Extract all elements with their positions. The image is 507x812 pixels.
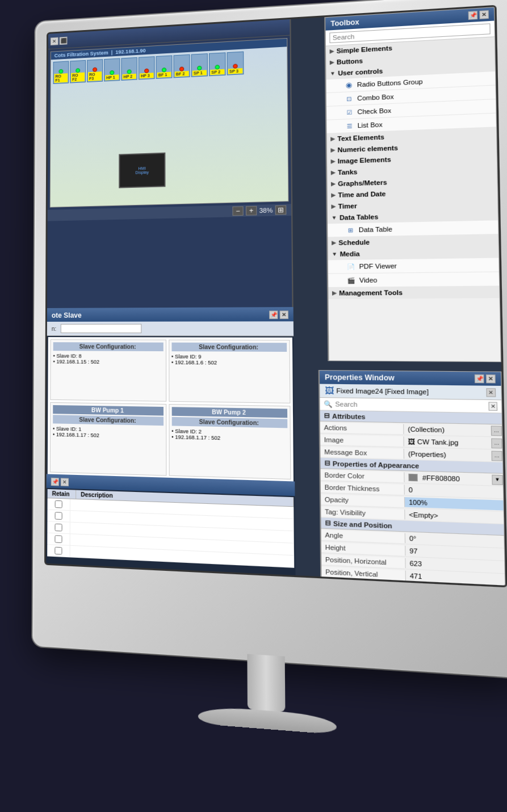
slave-card-3-pump-title: BW Pump 1 (53, 405, 163, 415)
row5-retain (47, 545, 70, 557)
slave-panel-header: ote Slave 📌 ✕ (47, 308, 294, 322)
prop-opacity-name: Opacity (321, 494, 405, 507)
pump-label: RO F1 (54, 73, 68, 83)
pump-element-1: RO F1 (53, 61, 69, 84)
slave-close-btn[interactable]: ✕ (280, 310, 288, 319)
schedule-label: Schedule (338, 238, 370, 246)
properties-title: Properties Window (325, 373, 395, 382)
prop-message-name: Message Box (320, 447, 404, 458)
toolbox-management[interactable]: ▶ Management Tools (328, 287, 499, 299)
numeric-expand-icon: ▶ (330, 147, 335, 153)
prop-message-val-text: (Properties) (408, 450, 446, 458)
toolbox-panel: Toolbox 📌 ✕ ▶ Simple Elements (324, 7, 501, 362)
prop-pos-h-val-text: 623 (409, 559, 422, 567)
props-pin-btn[interactable]: 📌 (475, 375, 484, 384)
scada-diagram: Cots Filtration System | 192.168.1.90 RO… (50, 38, 289, 208)
media-label: Media (340, 250, 360, 258)
zoom-out-btn[interactable]: − (232, 206, 243, 216)
toolbox-pdf-viewer[interactable]: 📄 PDF Viewer (328, 258, 499, 274)
col-header-retain: Retain (48, 489, 77, 499)
main-scada-panel: ✕ ⬛ Cots Filtration System | 192.168.1.9… (47, 19, 294, 314)
props-close-inner-btn[interactable]: ✕ (486, 388, 496, 397)
simple-elements-label: Simple Elements (337, 44, 392, 54)
numeric-label: Numeric elements (337, 144, 397, 153)
prop-actions-name: Actions (320, 422, 404, 434)
pump-label: SP 2 (210, 69, 224, 75)
buttons-expand-icon: ▶ (330, 60, 334, 66)
data-pin-btn[interactable]: 📌 (51, 478, 59, 486)
slave-window-controls: 📌 ✕ (269, 310, 288, 319)
pump-element-5: HP 2 (121, 57, 137, 81)
prop-message-btn[interactable]: … (491, 451, 502, 461)
data-tables-expand-icon: ▼ (332, 214, 337, 221)
monitor-stand-neck (247, 654, 285, 712)
prop-image-btn[interactable]: … (491, 438, 502, 448)
image-expand-icon: ▶ (331, 158, 336, 165)
slave-card-1: Slave Configuration: • Slave ID: 8 • 192… (50, 339, 166, 401)
retain-checkbox-5[interactable] (55, 547, 62, 555)
fit-btn[interactable]: ⊞ (275, 205, 287, 215)
pump-label: BF 2 (175, 71, 189, 77)
props-search-close-btn[interactable]: ✕ (489, 402, 497, 411)
retain-checkbox-3[interactable] (55, 524, 62, 532)
pump-element-10: SP 2 (209, 52, 226, 76)
slave-pin-btn[interactable]: 📌 (269, 310, 278, 319)
prop-actions-btn[interactable]: … (491, 426, 502, 436)
row4-retain (47, 533, 70, 545)
pump-element-6: HP 3 (139, 56, 155, 79)
prop-message-value: (Properties) (404, 448, 492, 460)
scada-inner-diagram: Cots Filtration System | 192.168.1.90 RO… (51, 39, 288, 207)
pump-label: SP 1 (192, 70, 207, 75)
monitor-shell: ✕ ⬛ Cots Filtration System | 192.168.1.9… (32, 0, 507, 678)
scada-subtitle: 192.168.1.90 (115, 48, 145, 55)
prop-border-thickness-val-text: 0 (409, 486, 413, 493)
row1-retain (48, 498, 70, 510)
prop-actions-value: (Collection) (404, 424, 491, 435)
video-label: Video (359, 276, 378, 284)
scada-pin-btn[interactable]: ⬛ (60, 36, 68, 44)
management-label: Management Tools (339, 289, 403, 297)
size-position-section-label: Size and Position (333, 520, 392, 529)
hmi-display: HMIDisplay (135, 166, 149, 175)
slave-card-1-title: Slave Configuration: (53, 342, 164, 351)
screen-content: ✕ ⬛ Cots Filtration System | 192.168.1.9… (46, 7, 505, 586)
props-element-icon: 🖼 (325, 386, 334, 396)
toolbox-video[interactable]: 🎬 Video (328, 272, 499, 288)
slave-input-1[interactable] (61, 324, 142, 333)
properties-panel: Properties Window 📌 ✕ 🖼 Fixed Image24 [F… (319, 370, 506, 586)
radio-buttons-label: Radio Buttons Group (357, 78, 423, 88)
retain-checkbox-1[interactable] (55, 500, 62, 508)
prop-opacity-val-text: 100% (409, 498, 428, 506)
user-controls-label: User controls (338, 68, 383, 77)
video-icon: 🎬 (346, 275, 356, 285)
slave-card-3-config-title: Slave Configuration: (53, 415, 163, 426)
prop-pos-v-name: Position, Vertical (321, 566, 406, 580)
retain-checkbox-2[interactable] (55, 512, 62, 520)
retain-checkbox-4[interactable] (55, 535, 62, 543)
slave-card-1-detail-1: • 192.168.1.15 : 502 (53, 359, 164, 365)
props-close-btn[interactable]: ✕ (486, 375, 496, 384)
pump-label: HP 1 (105, 74, 119, 80)
time-date-label: Time and Date (338, 190, 386, 199)
prop-border-thickness-name: Border Thickness (321, 482, 405, 494)
props-window-controls: 📌 ✕ (475, 375, 496, 384)
toolbox-close-btn[interactable]: ✕ (479, 10, 489, 19)
text-elements-label: Text Elements (337, 133, 384, 142)
tanks-label: Tanks (338, 169, 358, 176)
prop-actions-val-text: (Collection) (408, 425, 445, 433)
prop-border-color-val-text: #FF808080 (422, 474, 460, 482)
management-expand-icon: ▶ (332, 290, 337, 296)
data-close-btn[interactable]: ✕ (61, 478, 69, 486)
data-window-controls: 📌 ✕ (51, 478, 69, 486)
data-table-item-label: Data Table (359, 225, 392, 233)
prop-image-name: Image (320, 435, 404, 446)
pump-label: SP 3 (228, 68, 242, 74)
zoom-in-btn[interactable]: + (246, 206, 257, 216)
prop-border-color-dropdown-btn[interactable]: ▼ (492, 474, 502, 485)
pump-label: RO F3 (88, 71, 102, 81)
border-color-swatch (408, 473, 417, 481)
row2-retain (47, 510, 70, 522)
props-search-input[interactable] (335, 401, 489, 410)
toolbox-pin-btn[interactable]: 📌 (468, 11, 478, 20)
scada-close-btn[interactable]: ✕ (51, 37, 58, 45)
